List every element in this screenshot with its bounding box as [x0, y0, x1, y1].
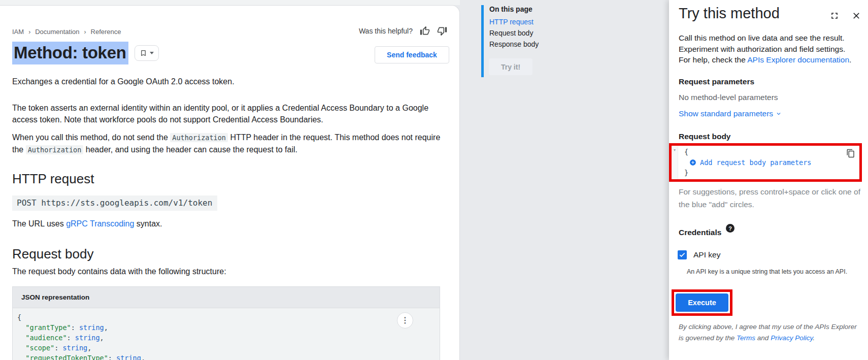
helpful-question: Was this helpful?: [359, 27, 413, 35]
close-icon[interactable]: [851, 11, 861, 21]
api-key-row: API key: [678, 250, 720, 259]
nav-item-http-request[interactable]: HTTP request: [489, 18, 533, 26]
execute-annotation-box: Execute: [672, 289, 732, 316]
request-body-editor[interactable]: ▾ { Add request body parameters }: [672, 146, 859, 179]
code-line: "scope": string,: [17, 343, 440, 353]
terms-link[interactable]: Terms: [737, 334, 755, 342]
authorization-inline-code: Authorization: [26, 145, 84, 154]
panel-title: Try this method: [679, 5, 780, 22]
copy-icon[interactable]: [846, 149, 855, 158]
article-card: IAM › Documentation › Reference Was this…: [0, 5, 460, 360]
code-line: "audience": string,: [17, 333, 440, 343]
chevron-right-icon: ›: [28, 28, 30, 36]
add-request-body-parameters-button[interactable]: Add request body parameters: [684, 157, 811, 168]
bookmark-button[interactable]: [135, 45, 159, 61]
token-paragraph: The token asserts an external identity w…: [12, 102, 443, 125]
try-it-button[interactable]: Try it!: [489, 58, 532, 75]
code-line: {: [17, 312, 440, 322]
json-code-block: { "grantType": string, "audience": strin…: [13, 308, 440, 360]
request-body-intro: The request body contains data with the …: [12, 267, 226, 276]
thumbs-up-icon[interactable]: [420, 26, 430, 36]
show-standard-parameters-link[interactable]: Show standard parameters: [679, 109, 782, 118]
http-request-code: POST https://sts.googleapis.com/v1/token: [12, 195, 217, 211]
suggestions-hint: For suggestions, press control+space or …: [679, 185, 860, 211]
json-representation-header: JSON representation: [13, 287, 440, 308]
check-icon: [679, 251, 686, 258]
request-parameters-heading: Request parameters: [679, 77, 754, 86]
http-request-heading: HTTP request: [12, 171, 94, 187]
grpc-transcoding-link[interactable]: gRPC Transcoding: [66, 219, 134, 228]
breadcrumb: IAM › Documentation › Reference: [12, 28, 121, 36]
nav-item-request-body[interactable]: Request body: [489, 29, 533, 37]
title-row: Method: token: [12, 43, 159, 62]
terms-text: By clicking above, I agree that my use o…: [679, 321, 860, 344]
editor-open-brace: {: [684, 147, 811, 157]
help-icon[interactable]: ?: [726, 224, 735, 233]
thumbs-down-icon[interactable]: [437, 26, 447, 36]
panel-description: Call this method on live data and see th…: [679, 32, 858, 66]
api-key-description: An API key is a unique string that lets …: [687, 268, 862, 275]
json-representation-table: JSON representation { "grantType": strin…: [12, 286, 440, 360]
grpc-line: The URL uses gRPC Transcoding syntax.: [12, 219, 162, 228]
credentials-heading: Credentials: [679, 228, 721, 237]
fullscreen-icon[interactable]: [829, 11, 840, 21]
intro-paragraph: Exchanges a credential for a Google OAut…: [12, 76, 443, 87]
try-this-method-panel: Try this method Call this method on live…: [669, 0, 868, 360]
editor-gutter: ▾: [672, 146, 678, 179]
chevron-right-icon: ›: [84, 28, 86, 36]
top-strip: [0, 0, 460, 5]
caret-down-icon: [150, 52, 154, 54]
page-title: Method: token: [12, 43, 128, 62]
authorization-paragraph: When you call this method, do not send t…: [12, 132, 443, 156]
editor-close-brace: }: [684, 168, 811, 178]
execute-button[interactable]: Execute: [676, 293, 728, 312]
api-key-label: API key: [693, 250, 720, 259]
breadcrumb-documentation[interactable]: Documentation: [35, 28, 79, 36]
code-line: "requestedTokenType": string,: [17, 353, 440, 360]
panel-request-body-heading: Request body: [679, 132, 730, 141]
helpful-row: Was this helpful?: [359, 26, 447, 36]
add-circle-icon: [689, 159, 696, 166]
bookmark-icon: [140, 49, 147, 57]
request-body-annotation-box: ▾ { Add request body parameters }: [669, 143, 862, 182]
authorization-inline-code: Authorization: [170, 133, 228, 142]
code-overflow-menu-button[interactable]: ⋮: [397, 312, 413, 329]
code-line: "grantType": string,: [17, 322, 440, 333]
send-feedback-button[interactable]: Send feedback: [375, 46, 449, 63]
nav-item-response-body[interactable]: Response body: [489, 40, 539, 48]
breadcrumb-reference[interactable]: Reference: [91, 28, 121, 36]
chevron-down-icon: [775, 110, 782, 117]
api-key-checkbox[interactable]: [678, 250, 687, 259]
nav-rail-bar: [481, 5, 484, 77]
privacy-policy-link[interactable]: Privacy Policy: [771, 334, 813, 342]
breadcrumb-iam[interactable]: IAM: [12, 28, 24, 36]
no-parameters-text: No method-level parameters: [679, 93, 778, 102]
apis-explorer-docs-link[interactable]: APIs Explorer documentation: [747, 55, 849, 64]
request-body-heading: Request body: [12, 246, 93, 262]
on-this-page-heading: On this page: [489, 5, 532, 13]
